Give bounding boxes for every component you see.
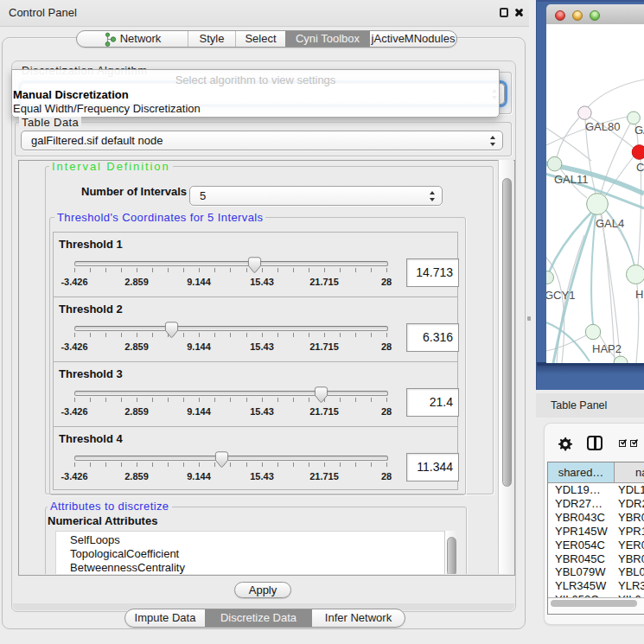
svg-text:GAL4: GAL4 (596, 217, 624, 230)
svg-text:GAL80: GAL80 (585, 120, 620, 133)
svg-text:C: C (636, 161, 644, 174)
svg-text:HAP2: HAP2 (592, 342, 622, 355)
svg-text:GA: GA (634, 124, 644, 137)
svg-text:GAL11: GAL11 (554, 173, 589, 186)
svg-text:HIS4: HIS4 (635, 288, 644, 301)
svg-text:GCY1: GCY1 (546, 289, 575, 302)
